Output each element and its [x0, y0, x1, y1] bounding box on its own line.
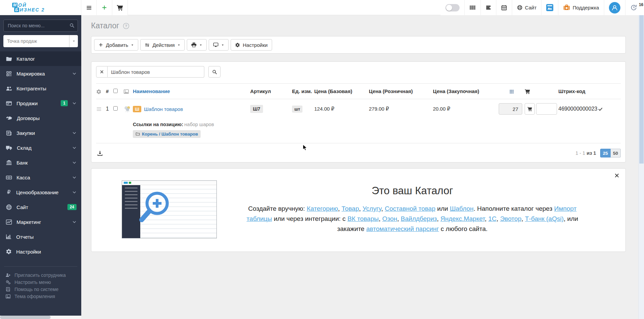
calendar-button[interactable] — [496, 0, 512, 15]
column-settings-icon[interactable] — [96, 89, 101, 94]
info-link[interactable]: ВК товары — [347, 215, 379, 222]
sidebar-item-katalog[interactable]: Каталог — [0, 51, 81, 66]
sidebar-item-kontragenty[interactable]: Контрагенты — [0, 81, 81, 96]
invite-employee-link[interactable]: Пригласить сотрудника — [5, 271, 81, 279]
folder-icon — [6, 56, 12, 62]
table-row: 1 Ш Шаблон товаров Ш7 шт 124.00 ₽ 279.00… — [96, 100, 621, 143]
profile-button[interactable] — [604, 0, 625, 15]
app-logo[interactable]: МОЙ БИЗНЕС 2 — [0, 0, 81, 15]
pagination: 1 - 1 из 1 25 50 — [576, 149, 621, 157]
quick-add-button[interactable] — [97, 0, 112, 15]
history-button[interactable]: 16 — [625, 0, 644, 15]
globe-icon — [6, 204, 12, 210]
configure-menu-link[interactable]: Настроить меню — [5, 279, 81, 286]
sidebar-horizontal-scrollbar[interactable] — [0, 316, 81, 319]
info-link[interactable]: Услугу — [362, 205, 381, 212]
support-button[interactable]: Поддержка — [558, 0, 604, 15]
pos-select[interactable]: Точка продаж — [3, 35, 78, 47]
menu-toggle-button[interactable] — [81, 0, 97, 15]
header-price-base: Цена (Базовая) — [314, 88, 369, 94]
stock-qty-input[interactable] — [499, 103, 522, 115]
table-header-row: # Наименование Артикул Ед. изм. Цена (Ба… — [96, 83, 621, 99]
info-link[interactable]: Шаблон — [450, 205, 473, 212]
sidebar-item-prodazhi[interactable]: Продажи1 — [0, 96, 81, 111]
sidebar-item-sklad[interactable]: Склад — [0, 140, 81, 155]
history-icon — [630, 4, 637, 11]
settings-button[interactable]: Настройки — [231, 39, 272, 51]
header-name[interactable]: Наименование — [133, 88, 250, 94]
info-panel: Это ваш Каталог Создайте вручную: Катего… — [91, 168, 626, 252]
main-content: Каталог Добавить Действия Настройки # На… — [81, 15, 638, 319]
sidebar-item-sait[interactable]: Сайт24 — [0, 200, 81, 214]
theme-toggle[interactable] — [441, 0, 464, 15]
cart-button[interactable] — [112, 0, 128, 15]
info-link[interactable]: Яндекс.Маркет — [440, 215, 485, 222]
info-link[interactable]: Категорию — [307, 205, 338, 212]
add-button[interactable]: Добавить — [94, 39, 138, 51]
print-button[interactable] — [187, 39, 207, 51]
export-button[interactable] — [96, 149, 104, 157]
filter-input[interactable] — [108, 66, 204, 78]
sidebar-item-dogovory[interactable]: Договоры — [0, 111, 81, 125]
sidebar-item-kassa[interactable]: Касса — [0, 170, 81, 185]
download-icon — [97, 150, 103, 156]
close-info-button[interactable] — [614, 173, 619, 178]
plus-icon — [101, 5, 107, 10]
sidebar-item-markirovka[interactable]: Маркировка — [0, 66, 81, 81]
gear-icon — [6, 249, 12, 255]
sidebar-item-nastroiki[interactable]: Настройки — [0, 244, 81, 259]
theme-link[interactable]: Тема оформления — [5, 293, 81, 300]
info-link[interactable]: автоматический парсинг — [366, 225, 439, 232]
add-to-cart-button[interactable] — [525, 103, 535, 115]
drag-handle-icon[interactable] — [96, 106, 102, 112]
info-link[interactable]: Вайлдбериз — [401, 215, 437, 222]
row-checkbox[interactable] — [113, 106, 118, 111]
topbar-spacer — [128, 0, 441, 15]
display-button[interactable] — [209, 39, 229, 51]
globe-icon — [517, 5, 523, 10]
product-name-link[interactable]: Шаблон товаров — [144, 106, 183, 112]
book-icon — [5, 287, 11, 292]
catalog-preview-image — [122, 180, 217, 238]
sidebar-item-bank[interactable]: Банк — [0, 155, 81, 170]
caret-down-icon — [131, 44, 134, 47]
barcode-button[interactable] — [464, 0, 480, 15]
magnifier-icon — [136, 188, 177, 229]
info-link[interactable]: 1С — [488, 215, 496, 222]
scrollbar-thumb[interactable] — [639, 15, 644, 164]
check-icon — [598, 107, 603, 111]
scrollbar-thumb[interactable] — [0, 316, 51, 319]
info-link[interactable]: Составной товар — [385, 205, 435, 212]
select-all-checkbox[interactable] — [113, 89, 118, 93]
price-base: 124.00 ₽ — [314, 106, 369, 112]
sidebar-item-marketing[interactable]: Маркетинг — [0, 214, 81, 229]
system-help-link[interactable]: Помощь по системе — [5, 286, 81, 293]
product-thumbnail[interactable] — [123, 105, 131, 113]
toggle-switch-icon — [445, 4, 460, 11]
planner-button[interactable] — [541, 0, 558, 15]
page-size-25-button[interactable]: 25 — [600, 149, 611, 157]
search-button[interactable] — [208, 66, 221, 78]
info-link[interactable]: Т-банк (aQsi) — [525, 215, 564, 222]
info-link[interactable]: Озон — [382, 215, 397, 222]
help-icon[interactable] — [123, 23, 129, 29]
sidebar-item-otchety[interactable]: Отчеты — [0, 229, 81, 244]
category-path-badge[interactable]: Корень / Шаблон товаров — [133, 130, 201, 138]
info-text: , — [437, 215, 441, 222]
page-size-50-button[interactable]: 50 — [611, 149, 621, 157]
site-count-badge: 24 — [67, 204, 77, 210]
caret-down-icon — [177, 44, 180, 47]
info-link[interactable]: Товар — [342, 205, 359, 212]
cart-qty-input[interactable] — [536, 103, 557, 115]
menu-search — [3, 20, 78, 32]
terminals-button[interactable] — [480, 0, 496, 15]
sidebar-item-zakupki[interactable]: Закупки — [0, 125, 81, 140]
site-button[interactable]: Сайт — [512, 0, 541, 15]
sidebar-item-cenoobrazovanie[interactable]: Ценообразование — [0, 185, 81, 200]
vertical-scrollbar[interactable] — [638, 15, 644, 319]
info-link[interactable]: Эвотор — [500, 215, 521, 222]
image-icon — [5, 294, 11, 299]
clear-filter-button[interactable] — [96, 66, 108, 78]
menu-search-input[interactable] — [3, 20, 78, 32]
actions-button[interactable]: Действия — [140, 39, 185, 51]
